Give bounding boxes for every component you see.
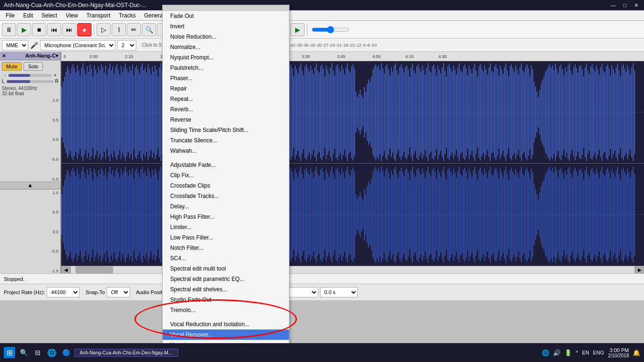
solo-button[interactable]: Solo: [24, 62, 42, 71]
y-scale-bottom: 1.0 0.5 0.0 -0.5 -1.0: [0, 189, 60, 274]
keyboard-icon: EN: [582, 350, 589, 355]
menu-tracks[interactable]: Tracks: [115, 11, 140, 20]
notification-icon[interactable]: 🔔: [633, 349, 640, 356]
menu-delay[interactable]: Delay...: [163, 201, 289, 212]
record-btn[interactable]: ●: [77, 23, 91, 36]
network-icon[interactable]: 🌐: [542, 349, 549, 356]
menu-file[interactable]: File: [2, 11, 18, 20]
menu-crossfade-tracks[interactable]: Crossfade Tracks...: [163, 191, 289, 201]
maximize-btn[interactable]: □: [621, 2, 628, 8]
collapse-icon: ▲: [27, 182, 33, 189]
start-button[interactable]: ⊞: [4, 347, 15, 358]
selection-tool[interactable]: ▷: [97, 23, 111, 36]
menu-repair[interactable]: Repair: [163, 83, 289, 94]
waveform-area: [61, 61, 644, 266]
menu-reverb[interactable]: Reverb...: [163, 104, 289, 115]
close-track-btn[interactable]: ✕: [2, 53, 6, 58]
menu-truncate-silence[interactable]: Truncate Silence...: [163, 135, 289, 146]
h-scrollbar[interactable]: ◀ ▶: [61, 266, 644, 273]
pan-slider-track: [7, 80, 54, 83]
input-select[interactable]: Microphone (Conexant Sn...: [40, 40, 116, 50]
menu-crossfade-clips[interactable]: Crossfade Clips: [163, 181, 289, 191]
menu-view[interactable]: View: [62, 11, 82, 20]
menu-phaser[interactable]: Phaser...: [163, 73, 289, 83]
zoom-tool[interactable]: 🔍: [142, 23, 156, 36]
menu-low-pass-filter[interactable]: Low Pass Filter...: [163, 232, 289, 243]
draw-tool[interactable]: ✏: [127, 23, 141, 36]
project-rate-field: Project Rate (Hz): 44100: [4, 287, 80, 297]
snap-to-select[interactable]: Off: [107, 287, 130, 297]
menu-reverse[interactable]: Reverse: [163, 115, 289, 125]
menu-high-pass-filter[interactable]: High Pass Filter...: [163, 212, 289, 222]
scrollbar-thumb[interactable]: [75, 266, 113, 273]
menu-spectral-edit-parametric[interactable]: Spectral edit parametric EQ...: [163, 274, 289, 284]
menu-edit[interactable]: Edit: [19, 11, 37, 20]
menu-fade-out[interactable]: Fade Out: [163, 11, 289, 21]
menu-tremolo[interactable]: Tremolo...: [163, 305, 289, 315]
taskbar-audacity-app[interactable]: Anh-Nang-Cua-Anh-Cho-Em-Den-Ngay-Mai-OST…: [74, 349, 178, 357]
stop-btn[interactable]: ■: [32, 23, 46, 36]
scrollbar-track[interactable]: [71, 266, 635, 273]
menu-paulstretch[interactable]: Paulstretch...: [163, 63, 289, 73]
menu-repeat[interactable]: Repeat...: [163, 94, 289, 104]
menu-invert[interactable]: Invert: [163, 21, 289, 32]
channel-select[interactable]: 2 (S: [117, 40, 136, 50]
chrome-icon[interactable]: 🔵: [60, 347, 72, 358]
battery-icon[interactable]: 🔋: [564, 349, 572, 356]
menu-clip-fix[interactable]: Clip Fix...: [163, 170, 289, 181]
tray-expand-icon[interactable]: ^: [576, 350, 578, 355]
menu-notch-filter[interactable]: Notch Filter...: [163, 243, 289, 253]
toolbar-sep-5: [307, 24, 307, 35]
waveform-svg-bottom: [61, 164, 644, 266]
y-scale-top: 1.0 0.5 0.0 -0.5 -1.0: [0, 97, 60, 181]
project-rate-select[interactable]: 44100: [47, 287, 80, 297]
gain-label: -: [2, 73, 8, 78]
main-area: ✕ Anh-Nang-C▾ Mute Solo - + L R Stereo, …: [0, 52, 644, 273]
menu-sc4[interactable]: SC4...: [163, 253, 289, 263]
status-bar: Stopped.: [0, 273, 644, 284]
output-time-select[interactable]: 0.0 s: [320, 287, 358, 297]
collapse-track-btn[interactable]: ▲: [0, 181, 60, 189]
play-btn[interactable]: ▶: [17, 23, 31, 36]
menu-select[interactable]: Select: [38, 11, 61, 20]
browser-icon[interactable]: 🌐: [46, 347, 58, 358]
minimize-btn[interactable]: —: [609, 2, 618, 8]
menu-noise-reduction[interactable]: Noise Reduction...: [163, 32, 289, 42]
gain-slider-fill: [8, 74, 30, 77]
lang-label: ENG: [593, 350, 604, 355]
menu-normalize[interactable]: Normalize...: [163, 42, 289, 52]
close-btn[interactable]: ✕: [632, 2, 640, 8]
volume-icon[interactable]: 🔊: [553, 349, 561, 356]
menu-limiter[interactable]: Limiter...: [163, 222, 289, 232]
time-ruler: 5 2:00 2:15 2:30 2:45 3:00 3:15 3:30 3:4…: [61, 52, 644, 61]
clock[interactable]: 3:00 PM 2/10/2018: [608, 347, 629, 358]
host-select[interactable]: MME: [2, 40, 28, 50]
menu-studio-fade-out[interactable]: Studio Fade Out: [163, 295, 289, 305]
menu-wahwah[interactable]: Wahwah...: [163, 146, 289, 156]
menu-nyquist-prompt[interactable]: Nyquist Prompt...: [163, 52, 289, 63]
mute-button[interactable]: Mute: [2, 62, 22, 71]
envelope-tool[interactable]: ⌇: [112, 23, 126, 36]
track-name[interactable]: Anh-Nang-C▾: [25, 53, 58, 59]
transport-toolbar: ⏸ ▶ ■ ⏮ ⏭ ● ▷ ⌇ ✏ 🔍 ↔ ✦ 🔍+ 🔍- ⊞ ⊟ ↩ ↪ ▶: [0, 21, 644, 39]
menu-transport[interactable]: Transport: [83, 11, 114, 20]
menu-spectral-edit-shelves[interactable]: Spectral edit shelves...: [163, 284, 289, 295]
menu-adjustable-fade[interactable]: Adjustable Fade...: [163, 160, 289, 170]
date-display: 2/10/2018: [608, 353, 629, 358]
skip-fwd-btn[interactable]: ⏭: [62, 23, 76, 36]
waveform-bottom: [61, 164, 644, 266]
scroll-left-btn[interactable]: ◀: [61, 266, 71, 274]
menu-spectral-edit-multi[interactable]: Spectral edit multi tool: [163, 263, 289, 274]
task-view-btn[interactable]: ⊟: [32, 347, 43, 358]
search-taskbar-btn[interactable]: 🔍: [18, 347, 29, 358]
menu-bar: File Edit Select View Transport Tracks G…: [0, 10, 644, 21]
play-green-btn[interactable]: ▶: [290, 23, 305, 36]
menu-vocal-remover[interactable]: Vocal Remover...: [163, 329, 289, 340]
menu-vocal-reduction[interactable]: Vocal Reduction and Isolation...: [163, 319, 289, 329]
menu-sliding-time-scale[interactable]: Sliding Time Scale/Pitch Shift...: [163, 125, 289, 135]
playback-speed-slider[interactable]: [312, 26, 349, 33]
toolbar-sep-1: [94, 24, 94, 35]
skip-back-btn[interactable]: ⏮: [47, 23, 61, 36]
pause-btn[interactable]: ⏸: [2, 23, 16, 36]
scroll-right-btn[interactable]: ▶: [635, 266, 644, 274]
